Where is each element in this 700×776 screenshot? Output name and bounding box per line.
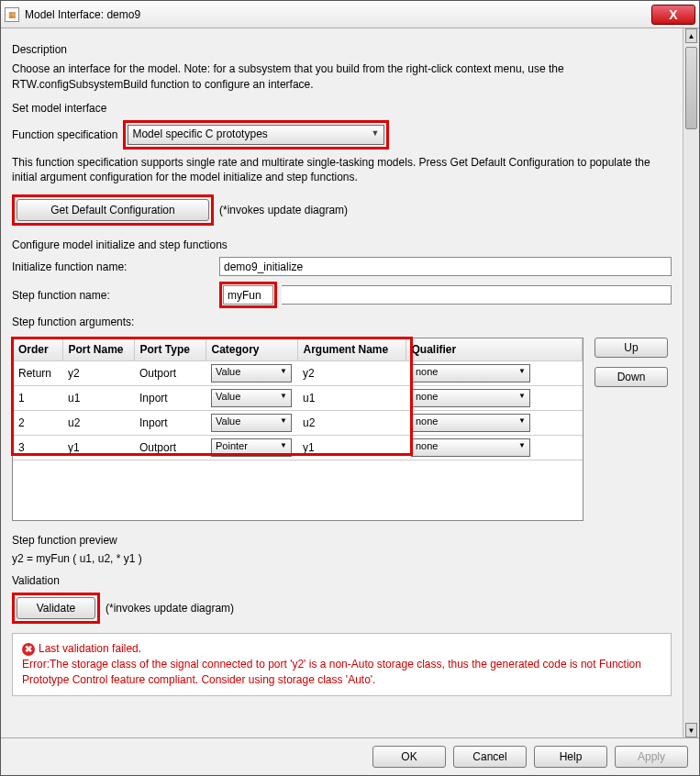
apply-button[interactable]: Apply: [615, 746, 688, 768]
content-area: Description Choose an interface for the …: [1, 28, 683, 737]
cell-order: Return: [13, 360, 62, 385]
init-fn-label: Initialize function name:: [12, 261, 214, 273]
cell-porttype: Outport: [134, 360, 206, 385]
category-select[interactable]: Value: [211, 389, 292, 407]
cell-argname: u1: [297, 385, 406, 410]
cell-porttype: Outport: [134, 435, 206, 460]
scroll-thumb[interactable]: [685, 47, 697, 129]
function-spec-select[interactable]: Model specific C prototypes: [128, 125, 384, 145]
get-default-config-button[interactable]: Get Default Configuration: [17, 199, 209, 221]
table-row[interactable]: 2u2InportValueu2none: [13, 410, 583, 435]
cell-porttype: Inport: [134, 410, 206, 435]
table-row[interactable]: Returny2OutportValuey2none: [13, 360, 583, 385]
vertical-scrollbar[interactable]: ▲ ▼: [683, 28, 699, 737]
error-icon: ✖: [22, 643, 35, 656]
scroll-up-arrow[interactable]: ▲: [685, 28, 697, 43]
qualifier-select[interactable]: none: [411, 389, 530, 407]
step-fn-input[interactable]: [223, 285, 273, 305]
col-order: Order: [13, 338, 62, 360]
col-argname: Argument Name: [297, 338, 406, 360]
cell-portname: u1: [62, 385, 134, 410]
cancel-button[interactable]: Cancel: [453, 746, 527, 768]
args-table: Order Port Name Port Type Category Argum…: [13, 338, 583, 524]
invokes-note-1: (*invokes update diagram): [219, 204, 348, 216]
table-row[interactable]: 3y1OutportPointery1none: [13, 435, 583, 460]
function-spec-label: Function specification: [12, 128, 117, 141]
qualifier-select[interactable]: none: [411, 438, 530, 457]
cell-order: 3: [13, 435, 62, 460]
col-portname: Port Name: [62, 338, 134, 360]
cell-portname: y1: [62, 435, 134, 460]
down-button[interactable]: Down: [594, 367, 668, 387]
error-text: Error:The storage class of the signal co…: [22, 657, 661, 688]
cell-order: 2: [13, 410, 62, 435]
category-select[interactable]: Value: [211, 364, 292, 382]
qualifier-select[interactable]: none: [411, 364, 530, 382]
up-button[interactable]: Up: [594, 338, 668, 358]
col-porttype: Port Type: [134, 338, 206, 360]
table-row[interactable]: 1u1InportValueu1none: [13, 385, 583, 410]
description-text: Choose an interface for the model. Note:…: [12, 61, 672, 93]
description-label: Description: [12, 43, 672, 56]
scroll-down-arrow[interactable]: ▼: [685, 723, 697, 737]
cell-argname: y1: [297, 435, 406, 460]
cell-order: 1: [13, 385, 62, 410]
preview-text: y2 = myFun ( u1, u2, * y1 ): [12, 552, 672, 565]
window-title: Model Interface: demo9: [25, 8, 651, 21]
category-select[interactable]: Value: [211, 414, 292, 432]
func-spec-note: This function specification supports sin…: [12, 155, 672, 186]
col-qualifier: Qualifier: [406, 338, 583, 360]
step-fn-input-ext[interactable]: [282, 285, 672, 305]
category-select[interactable]: Pointer: [211, 438, 292, 457]
cell-argname: y2: [297, 360, 406, 385]
title-bar: ▦ Model Interface: demo9 X: [1, 1, 699, 28]
validate-button[interactable]: Validate: [17, 597, 95, 619]
dialog-window: ▦ Model Interface: demo9 X Description C…: [0, 0, 700, 776]
invokes-note-2: (*invokes update diagram): [106, 602, 234, 615]
cell-porttype: Inport: [134, 385, 206, 410]
args-table-container: Order Port Name Port Type Category Argum…: [12, 338, 583, 521]
cell-portname: y2: [62, 360, 134, 385]
qualifier-select[interactable]: none: [411, 414, 530, 432]
step-fn-label: Step function name:: [12, 289, 214, 302]
col-category: Category: [206, 338, 297, 360]
cell-portname: u2: [62, 410, 134, 435]
help-button[interactable]: Help: [534, 746, 607, 768]
preview-label: Step function preview: [12, 534, 672, 547]
ok-button[interactable]: OK: [372, 746, 446, 768]
app-icon: ▦: [5, 7, 19, 22]
configure-label: Configure model initialize and step func…: [12, 238, 672, 251]
set-model-interface-label: Set model interface: [12, 102, 672, 115]
validation-label: Validation: [12, 574, 672, 587]
close-button[interactable]: X: [651, 5, 695, 25]
cell-argname: u2: [297, 410, 406, 435]
error-title: Last validation failed.: [39, 642, 141, 655]
init-fn-input[interactable]: [219, 257, 672, 276]
args-label: Step function arguments:: [12, 316, 672, 328]
button-bar: OK Cancel Help Apply: [1, 737, 699, 775]
validation-error-box: ✖Last validation failed. Error:The stora…: [12, 633, 672, 695]
